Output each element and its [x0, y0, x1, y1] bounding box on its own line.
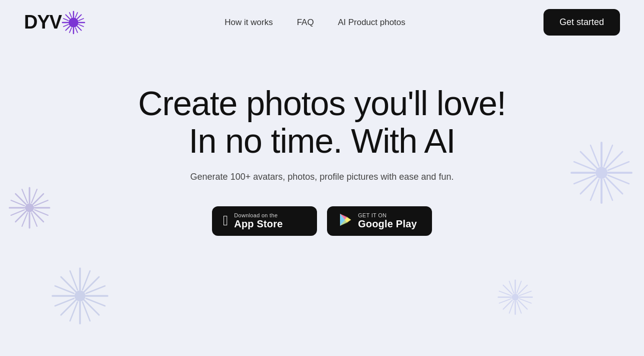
logo-text: DYV	[24, 12, 62, 33]
nav-item-how-it-works[interactable]: How it works	[224, 18, 272, 28]
svg-line-9	[64, 19, 68, 21]
hero-subtitle: Generate 100+ avatars, photos, profile p…	[190, 172, 454, 182]
decorative-burst-bottom-left	[50, 266, 110, 326]
hero-title-line1: Create photos you'll love!	[138, 85, 506, 122]
google-play-main: Google Play	[358, 218, 417, 230]
svg-line-7	[66, 26, 70, 30]
app-store-text: Download on the App Store	[234, 212, 282, 230]
faq-link[interactable]: FAQ	[297, 18, 314, 27]
hero-title-line2: In no time. With AI	[189, 122, 456, 160]
svg-line-8	[78, 26, 82, 30]
svg-line-6	[78, 15, 82, 19]
navbar: DYV	[0, 0, 644, 45]
how-it-works-link[interactable]: How it works	[224, 18, 272, 27]
app-store-button[interactable]:  Download on the App Store	[212, 206, 317, 236]
apple-icon: 	[223, 214, 228, 228]
app-store-sub: Download on the	[234, 212, 278, 218]
get-started-button[interactable]: Get started	[544, 9, 620, 36]
svg-line-14	[76, 13, 78, 18]
google-play-sub: GET IT ON	[358, 212, 386, 218]
store-buttons:  Download on the App Store GET IT ON	[212, 206, 432, 236]
nav-links: How it works FAQ AI Product photos	[224, 18, 406, 28]
logo-burst-icon	[60, 10, 86, 36]
svg-line-5	[66, 15, 70, 19]
svg-line-15	[70, 28, 72, 33]
google-play-icon	[338, 213, 352, 229]
app-store-main: App Store	[234, 218, 282, 230]
svg-line-16	[76, 28, 78, 33]
svg-point-0	[68, 18, 78, 28]
decorative-burst-bottom-right	[496, 278, 534, 316]
svg-line-10	[79, 19, 84, 21]
svg-line-13	[70, 13, 72, 18]
svg-line-11	[64, 25, 68, 27]
svg-line-12	[79, 25, 84, 27]
logo[interactable]: DYV	[24, 10, 86, 36]
svg-point-73	[512, 294, 519, 301]
google-play-text: GET IT ON Google Play	[358, 212, 417, 230]
google-play-button[interactable]: GET IT ON Google Play	[327, 206, 432, 236]
ai-product-photos-link[interactable]: AI Product photos	[338, 18, 406, 27]
nav-item-ai-product-photos[interactable]: AI Product photos	[338, 18, 406, 28]
nav-item-faq[interactable]: FAQ	[297, 18, 314, 28]
hero-section: Create photos you'll love! In no time. W…	[0, 45, 644, 236]
